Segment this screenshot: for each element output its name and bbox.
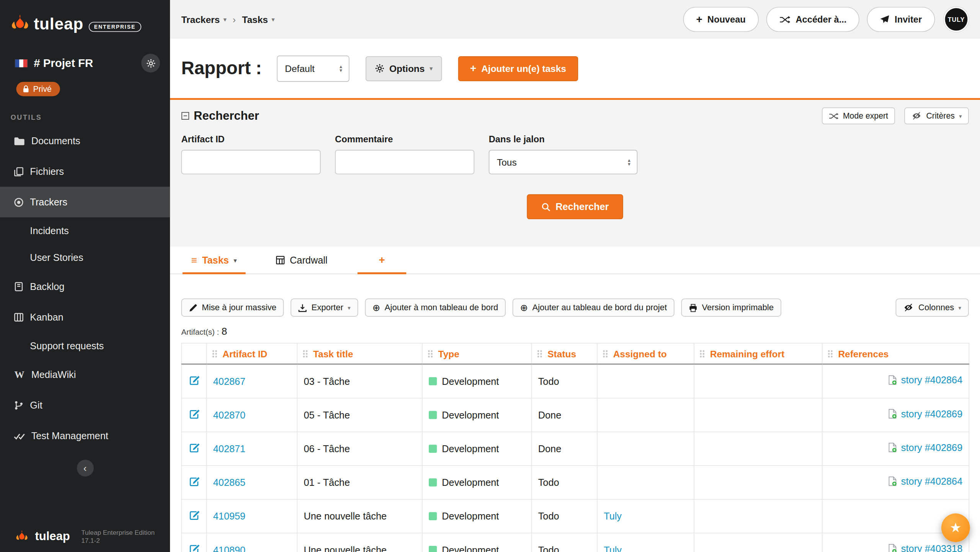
breadcrumb-trackers[interactable]: Trackers▾: [181, 14, 226, 25]
sidebar-collapse-button[interactable]: ‹: [77, 460, 93, 477]
options-button[interactable]: Options▾: [366, 56, 442, 81]
plus-icon: +: [696, 14, 702, 25]
artifact-id-link[interactable]: 402867: [213, 376, 245, 386]
reference-link[interactable]: story #403318: [901, 543, 962, 552]
artifact-id-cell: 410959: [207, 499, 297, 533]
edit-pencil-square-icon: [188, 375, 199, 386]
add-to-my-dashboard-button[interactable]: ⊕Ajouter à mon tableau de bord: [365, 298, 506, 316]
column-label: Status: [547, 348, 576, 359]
drag-handle-icon[interactable]: [428, 349, 433, 357]
column-label: Artifact ID: [222, 348, 267, 359]
edit-artifact-button[interactable]: [188, 509, 199, 520]
drag-handle-icon[interactable]: [212, 349, 217, 357]
column-header-references[interactable]: References: [822, 343, 969, 364]
drag-handle-icon[interactable]: [603, 349, 608, 357]
sidebar-item-backlog[interactable]: Backlog: [0, 271, 170, 302]
sidebar-item-label: Documents: [31, 135, 80, 146]
mass-update-button[interactable]: Mise à jour massive: [181, 298, 284, 316]
criteria-button[interactable]: Critères▾: [904, 107, 969, 124]
printable-version-button[interactable]: Version imprimable: [681, 298, 781, 316]
milestone-label: Dans le jalon: [489, 134, 638, 144]
status-cell: Done: [532, 432, 597, 466]
tab-add-renderer[interactable]: +: [358, 247, 406, 274]
column-header-status[interactable]: Status: [532, 343, 597, 364]
task-title-cell: 05 - Tâche: [297, 398, 422, 432]
new-button[interactable]: +Nouveau: [683, 7, 759, 32]
edit-artifact-button[interactable]: [188, 442, 199, 453]
assigned-link[interactable]: Tuly: [604, 544, 622, 552]
reference-link[interactable]: story #402864: [901, 476, 962, 487]
artifact-id-link[interactable]: 402870: [213, 409, 245, 420]
sidebar-item-documents[interactable]: Documents: [0, 125, 170, 156]
report-select[interactable]: Default ▲▼: [277, 55, 349, 81]
drag-handle-icon[interactable]: [302, 349, 308, 357]
table-row: 410959 Une nouvelle tâche Development To…: [181, 499, 969, 533]
reference-link[interactable]: story #402864: [901, 375, 962, 386]
column-header-artifact-id[interactable]: Artifact ID: [207, 343, 297, 364]
sidebar-item-kanban[interactable]: Kanban: [0, 302, 170, 332]
reference-cell-content: story #402869: [888, 408, 963, 419]
edit-cell: [181, 364, 206, 398]
sidebar-item-support-requests[interactable]: Support requests: [0, 332, 170, 359]
project-name: # Projet FR: [34, 57, 93, 70]
milestone-select[interactable]: Tous ▲▼: [489, 150, 638, 174]
button-label: Accéder à...: [795, 15, 846, 24]
add-tasks-button[interactable]: +Ajouter un(e) tasks: [458, 56, 578, 81]
sidebar-item-mediawiki[interactable]: WMediaWiki: [0, 359, 170, 390]
column-header-type[interactable]: Type: [422, 343, 532, 364]
reference-link[interactable]: story #402869: [901, 408, 962, 419]
circle-plus-icon: ⊕: [520, 303, 528, 312]
project-settings-button[interactable]: [141, 54, 160, 72]
edit-artifact-button[interactable]: [188, 375, 199, 386]
column-header-task-title[interactable]: Task title: [297, 343, 422, 364]
effort-cell: [694, 398, 822, 432]
drag-handle-icon[interactable]: [699, 349, 705, 357]
drag-handle-icon[interactable]: [537, 349, 542, 357]
column-header-remaining-effort[interactable]: Remaining effort: [694, 343, 822, 364]
tab-tasks[interactable]: ≡Tasks▾: [183, 247, 245, 274]
sidebar-item-label: Git: [30, 399, 42, 410]
search-submit-button[interactable]: Rechercher: [527, 194, 623, 219]
user-avatar[interactable]: TULY: [944, 7, 969, 32]
column-header-assigned-to[interactable]: Assigned to: [597, 343, 694, 364]
artifact-count: Artifact(s) :8: [170, 326, 980, 337]
edit-artifact-button[interactable]: [188, 543, 199, 552]
edit-artifact-button[interactable]: [188, 408, 199, 419]
go-to-button[interactable]: Accéder à...: [766, 7, 860, 32]
invite-button[interactable]: Inviter: [867, 7, 935, 32]
eye-slash-icon: [911, 112, 922, 120]
sidebar-item-label: MediaWiki: [31, 369, 76, 380]
sidebar-item-incidents[interactable]: Incidents: [0, 217, 170, 244]
artifact-id-input[interactable]: [181, 150, 320, 174]
export-button[interactable]: Exporter▾: [291, 298, 358, 316]
columns-button[interactable]: Colonnes▾: [896, 298, 969, 316]
sidebar-item-git[interactable]: Git: [0, 390, 170, 420]
sidebar-item-user-stories[interactable]: User Stories: [0, 244, 170, 271]
assigned-link[interactable]: Tuly: [604, 511, 622, 521]
artifact-id-link[interactable]: 402871: [213, 443, 245, 454]
artifact-id-link[interactable]: 410959: [213, 511, 245, 521]
sidebar-item-trackers[interactable]: Trackers: [0, 187, 170, 217]
reference-link[interactable]: story #402869: [901, 442, 962, 453]
breadcrumb-tasks[interactable]: Tasks▾: [242, 14, 274, 25]
collapse-box-icon[interactable]: [181, 112, 189, 120]
artifact-id-link[interactable]: 402865: [213, 477, 245, 488]
type-cell: Development: [422, 499, 532, 533]
add-to-project-dashboard-button[interactable]: ⊕Ajouter au tableau de bord du projet: [513, 298, 675, 316]
expert-mode-button[interactable]: Mode expert: [822, 107, 895, 124]
sidebar-item-test-management[interactable]: Test Management: [0, 420, 170, 451]
comment-input[interactable]: [335, 150, 474, 174]
type-cell: Development: [422, 364, 532, 398]
type-color-swatch: [429, 377, 437, 385]
tab-cardwall[interactable]: Cardwall: [267, 247, 336, 274]
sidebar-item-fichiers[interactable]: Fichiers: [0, 156, 170, 187]
chevron-down-icon: ▾: [959, 113, 962, 119]
edit-artifact-button[interactable]: [188, 475, 199, 487]
feedback-fab-button[interactable]: ★: [941, 513, 970, 542]
artifact-id-link[interactable]: 410890: [213, 544, 245, 552]
column-label: Assigned to: [613, 348, 667, 359]
tab-label: Tasks: [202, 254, 229, 265]
drag-handle-icon[interactable]: [828, 349, 833, 357]
reference-cell-content: story #402869: [888, 442, 963, 453]
type-color-swatch: [429, 410, 437, 418]
